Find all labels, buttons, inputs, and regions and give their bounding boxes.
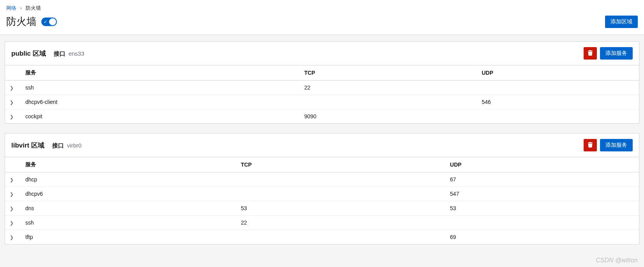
col-tcp-header: TCP bbox=[236, 157, 445, 172]
service-tcp bbox=[300, 95, 477, 109]
service-name: ssh bbox=[21, 81, 300, 95]
chevron-right-icon[interactable]: ❯ bbox=[10, 220, 14, 226]
chevron-right-icon[interactable]: ❯ bbox=[10, 191, 14, 197]
interface-value: ens33 bbox=[69, 50, 85, 57]
toggle-knob bbox=[49, 18, 56, 25]
service-udp bbox=[445, 216, 639, 230]
add-service-button[interactable]: 添加服务 bbox=[600, 139, 633, 151]
table-row: ❯ ssh 22 bbox=[5, 81, 639, 95]
chevron-right-icon[interactable]: ❯ bbox=[10, 235, 14, 240]
chevron-right-icon[interactable]: ❯ bbox=[10, 177, 14, 183]
table-row: ❯ tftp 69 bbox=[5, 230, 639, 244]
service-tcp: 22 bbox=[236, 216, 445, 230]
service-name: dhcpv6-client bbox=[21, 95, 300, 109]
zone-title: libvirt 区域 bbox=[11, 141, 44, 150]
zone-card-libvirt: libvirt 区域 接口 virbr0 添加服务 bbox=[5, 133, 639, 244]
breadcrumb: 网络 › 防火墙 bbox=[6, 5, 638, 12]
service-name: ssh bbox=[21, 216, 236, 230]
service-name: cockpit bbox=[21, 109, 300, 124]
check-icon: ✓ bbox=[44, 19, 47, 24]
service-udp: 546 bbox=[477, 95, 639, 109]
services-table: 服务 TCP UDP ❯ dhcp 67 ❯ dhcpv6 547 bbox=[5, 157, 639, 244]
breadcrumb-parent-link[interactable]: 网络 bbox=[6, 5, 16, 11]
col-udp-header: UDP bbox=[477, 65, 639, 81]
col-udp-header: UDP bbox=[445, 157, 639, 172]
col-service-header: 服务 bbox=[21, 65, 300, 81]
service-udp: 67 bbox=[445, 172, 639, 187]
delete-zone-button[interactable] bbox=[584, 47, 597, 60]
zone-card-public: public 区域 接口 ens33 添加服务 bbox=[5, 41, 639, 124]
table-row: ❯ dns 53 53 bbox=[5, 201, 639, 216]
trash-icon bbox=[588, 142, 593, 149]
service-name: dhcp bbox=[21, 172, 236, 187]
service-tcp bbox=[236, 172, 445, 187]
chevron-right-icon[interactable]: ❯ bbox=[10, 85, 14, 91]
table-row: ❯ dhcpv6-client 546 bbox=[5, 95, 639, 109]
breadcrumb-current: 防火墙 bbox=[26, 5, 41, 11]
service-tcp: 9090 bbox=[300, 109, 477, 124]
service-udp: 69 bbox=[445, 230, 639, 244]
col-service-header: 服务 bbox=[21, 157, 236, 172]
service-udp bbox=[477, 81, 639, 95]
add-zone-button[interactable]: 添加区域 bbox=[605, 16, 638, 28]
service-name: tftp bbox=[21, 230, 236, 244]
service-tcp: 22 bbox=[300, 81, 477, 95]
content-area: public 区域 接口 ens33 添加服务 bbox=[0, 35, 644, 260]
page-header: 网络 › 防火墙 防火墙 ✓ 添加区域 bbox=[0, 0, 644, 35]
service-tcp: 53 bbox=[236, 201, 445, 216]
interface-label: 接口 bbox=[54, 50, 65, 57]
chevron-right-icon[interactable]: ❯ bbox=[10, 114, 14, 119]
page-title: 防火墙 bbox=[6, 15, 37, 28]
table-row: ❯ ssh 22 bbox=[5, 216, 639, 230]
table-row: ❯ dhcpv6 547 bbox=[5, 187, 639, 201]
chevron-right-icon: › bbox=[20, 5, 22, 11]
trash-icon bbox=[588, 51, 593, 57]
table-row: ❯ dhcp 67 bbox=[5, 172, 639, 187]
interface-label: 接口 bbox=[52, 142, 64, 149]
chevron-right-icon[interactable]: ❯ bbox=[10, 100, 14, 105]
add-service-button[interactable]: 添加服务 bbox=[600, 47, 633, 60]
interface-value: virbr0 bbox=[67, 142, 82, 149]
service-udp: 547 bbox=[445, 187, 639, 201]
delete-zone-button[interactable] bbox=[584, 139, 597, 151]
service-udp: 53 bbox=[445, 201, 639, 216]
service-name: dns bbox=[21, 201, 236, 216]
table-row: ❯ cockpit 9090 bbox=[5, 109, 639, 124]
chevron-right-icon[interactable]: ❯ bbox=[10, 206, 14, 211]
services-table: 服务 TCP UDP ❯ ssh 22 ❯ dhcpv6-client 546 bbox=[5, 65, 639, 123]
service-udp bbox=[477, 109, 639, 124]
firewall-toggle[interactable]: ✓ bbox=[41, 18, 57, 26]
service-tcp bbox=[236, 230, 445, 244]
service-name: dhcpv6 bbox=[21, 187, 236, 201]
zone-title: public 区域 bbox=[11, 49, 46, 58]
col-tcp-header: TCP bbox=[300, 65, 477, 81]
service-tcp bbox=[236, 187, 445, 201]
